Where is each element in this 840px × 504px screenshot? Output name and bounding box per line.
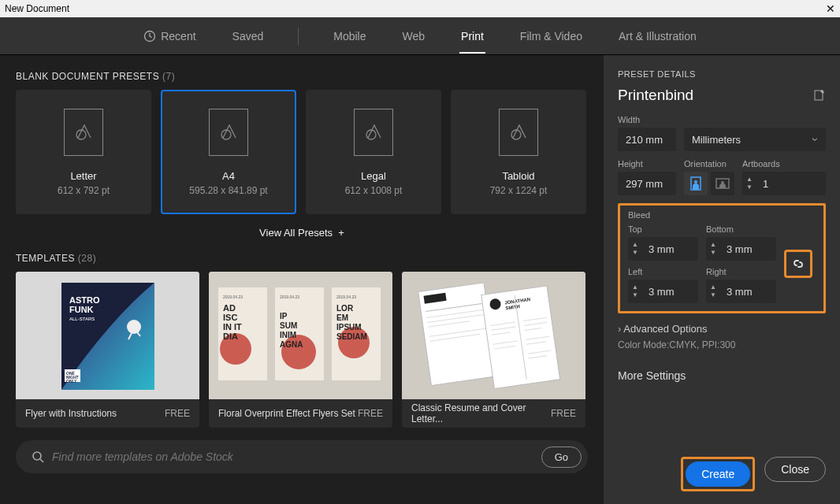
height-input[interactable]: 297 mm — [618, 172, 676, 195]
svg-text:LOR: LOR — [336, 304, 354, 313]
svg-text:ASTRO: ASTRO — [69, 295, 100, 305]
preset-details-heading: PRESET DETAILS — [618, 69, 826, 79]
go-button[interactable]: Go — [541, 447, 582, 468]
units-select[interactable]: Millimeters — [684, 128, 826, 151]
page-icon — [354, 109, 393, 156]
svg-text:AGNA: AGNA — [280, 340, 303, 349]
chevron-right-icon: › — [618, 323, 621, 335]
tab-film-video[interactable]: Film & Video — [518, 19, 584, 54]
close-button[interactable]: Close — [764, 457, 826, 482]
height-label: Height — [618, 159, 676, 169]
svg-point-11 — [127, 320, 141, 334]
bleed-label: Bleed — [628, 210, 816, 220]
search-icon — [32, 450, 44, 463]
template-price: FREE — [551, 408, 576, 419]
tab-web[interactable]: Web — [401, 19, 427, 54]
preset-details-panel: PRESET DETAILS Printenbind Width 210 mm … — [604, 55, 840, 504]
svg-text:EM: EM — [336, 313, 348, 322]
advanced-options-toggle[interactable]: › Advanced Options — [618, 323, 826, 335]
template-thumb: ASTROFUNKALL-STARSONENIGHTONLY — [16, 272, 199, 399]
preset-letter[interactable]: Letter 612 x 792 pt — [16, 90, 151, 214]
close-icon[interactable]: ✕ — [826, 2, 835, 15]
svg-text:IP: IP — [280, 312, 288, 321]
category-tabs: Recent Saved Mobile Web Print Film & Vid… — [0, 17, 840, 55]
artboards-label: Artboards — [742, 159, 826, 169]
tab-saved[interactable]: Saved — [231, 19, 266, 54]
orientation-portrait[interactable] — [684, 172, 708, 195]
page-icon — [209, 109, 248, 156]
template-card[interactable]: ASTROFUNKALL-STARSONENIGHTONLY Flyer wit… — [16, 272, 199, 428]
rename-preset-icon[interactable] — [813, 89, 826, 102]
svg-text:2019.04.23: 2019.04.23 — [336, 295, 356, 299]
page-icon — [499, 109, 538, 156]
left-panel: BLANK DOCUMENT PRESETS (7) Letter 612 x … — [0, 55, 604, 504]
svg-text:FUNK: FUNK — [69, 305, 94, 314]
preset-a4[interactable]: A4 595.28 x 841.89 pt — [161, 90, 296, 214]
svg-text:SUM: SUM — [280, 321, 297, 330]
tab-mobile[interactable]: Mobile — [332, 19, 367, 54]
search-input[interactable] — [52, 450, 533, 463]
svg-text:IPSUM: IPSUM — [336, 323, 362, 332]
bleed-left-label: Left — [628, 267, 698, 276]
tab-art-illustration[interactable]: Art & Illustration — [617, 19, 698, 54]
template-card[interactable]: JONATHANSMITH Classic Resume and Cover L… — [402, 272, 585, 428]
bleed-section: Bleed Top ▲▼3 mm Bottom ▲▼3 mm Left — [618, 203, 826, 313]
window-title: New Document — [5, 3, 69, 14]
tab-recent[interactable]: Recent — [142, 19, 197, 54]
artboards-stepper[interactable]: ▲▼1 — [742, 172, 826, 195]
width-input[interactable]: 210 mm — [618, 128, 676, 151]
svg-text:2019.04.23: 2019.04.23 — [223, 295, 243, 299]
svg-line-65 — [40, 459, 43, 462]
create-button[interactable]: Create — [686, 461, 750, 487]
step-up-icon: ▲ — [746, 176, 753, 183]
template-price: FREE — [165, 408, 190, 419]
svg-text:IN IT: IN IT — [223, 322, 242, 332]
orientation-landscape[interactable] — [711, 172, 734, 195]
bleed-top-stepper[interactable]: ▲▼3 mm — [628, 237, 698, 261]
template-price: FREE — [358, 408, 383, 419]
svg-text:AD: AD — [223, 303, 236, 313]
svg-text:DIA: DIA — [223, 332, 238, 341]
template-name: Floral Overprint Effect Flyers Set — [218, 408, 355, 419]
bleed-right-label: Right — [706, 267, 776, 276]
page-icon — [64, 109, 103, 156]
preset-name[interactable]: Printenbind — [618, 87, 693, 104]
svg-text:ALL-STARS: ALL-STARS — [69, 317, 95, 321]
orientation-label: Orientation — [684, 159, 734, 169]
bleed-bottom-label: Bottom — [706, 224, 776, 234]
template-card[interactable]: ADISCIN ITDIA2019.04.23 IPSUMINIMAGNA201… — [209, 272, 392, 428]
svg-text:INIM: INIM — [280, 331, 296, 339]
preset-tabloid[interactable]: Tabloid 792 x 1224 pt — [451, 90, 586, 214]
tab-print[interactable]: Print — [459, 19, 485, 54]
svg-text:ISC: ISC — [223, 313, 237, 322]
presets-heading: BLANK DOCUMENT PRESETS (7) — [16, 71, 588, 82]
bleed-left-stepper[interactable]: ▲▼3 mm — [628, 280, 698, 303]
bleed-top-label: Top — [628, 224, 698, 234]
more-settings-button[interactable]: More Settings — [618, 369, 826, 382]
svg-point-32 — [338, 327, 370, 358]
clock-icon — [143, 30, 156, 43]
divider — [298, 28, 299, 45]
template-name: Classic Resume and Cover Letter... — [411, 402, 551, 424]
view-all-presets[interactable]: View All Presets + — [16, 227, 588, 239]
template-name: Flyer with Instructions — [25, 408, 117, 419]
templates-heading: TEMPLATES (28) — [16, 253, 588, 264]
svg-point-68 — [694, 180, 697, 183]
bleed-bottom-stepper[interactable]: ▲▼3 mm — [706, 237, 776, 261]
stock-search: Go — [16, 440, 588, 473]
bleed-right-stepper[interactable]: ▲▼3 mm — [706, 280, 776, 303]
preset-legal[interactable]: Legal 612 x 1008 pt — [306, 90, 441, 214]
link-bleed-icon[interactable] — [784, 250, 812, 278]
plus-icon: + — [338, 227, 344, 239]
step-down-icon: ▼ — [746, 184, 753, 191]
width-label: Width — [618, 115, 826, 124]
color-mode-info: Color Mode:CMYK, PPI:300 — [618, 339, 826, 350]
template-thumb: ADISCIN ITDIA2019.04.23 IPSUMINIMAGNA201… — [209, 272, 392, 399]
svg-text:2019.04.23: 2019.04.23 — [280, 295, 299, 299]
svg-point-64 — [33, 452, 41, 460]
svg-text:ONLY: ONLY — [66, 379, 77, 384]
create-highlight: Create — [681, 457, 755, 491]
chevron-down-icon — [814, 133, 818, 146]
template-thumb: JONATHANSMITH — [402, 272, 585, 399]
titlebar: New Document ✕ — [0, 0, 840, 17]
